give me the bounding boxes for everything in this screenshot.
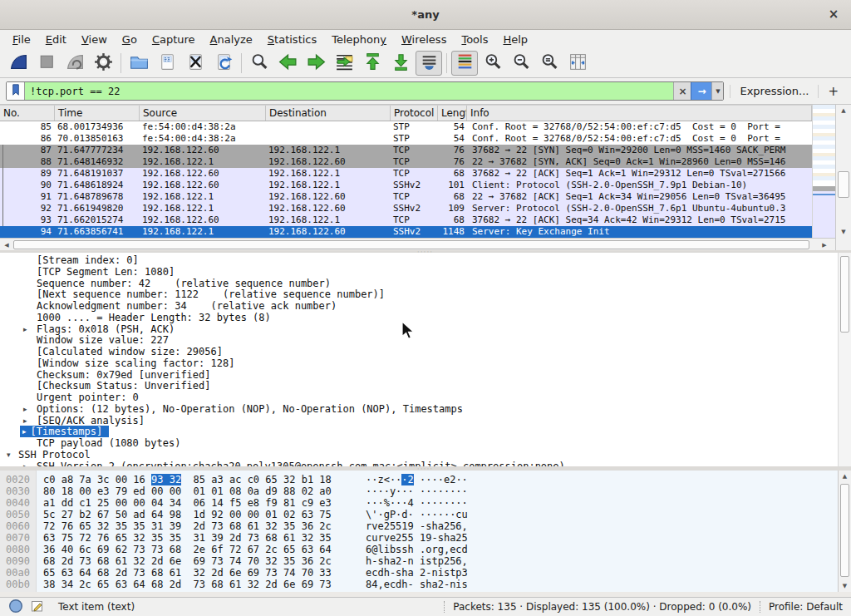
close-file-button[interactable]: [182, 51, 209, 76]
detail-row[interactable]: [Stream index: 0]: [0, 254, 839, 266]
capture-options-button[interactable]: [90, 51, 116, 76]
hex-row[interactable]: 0020c0 a8 7a 3c 00 16 93 32 85 a3 ac c0 …: [0, 474, 831, 485]
scroll-up-icon[interactable]: ▲: [839, 473, 851, 480]
selected-detail-item[interactable]: ▸[Timestamps]: [20, 426, 109, 437]
detail-row[interactable]: Acknowledgment number: 34 (relative ack …: [0, 300, 839, 312]
hex-row[interactable]: 00505c 27 b2 67 50 ad 64 98 1d 92 00 00 …: [0, 509, 831, 520]
packet-row[interactable]: 9071.648618924192.168.122.60192.168.122.…: [0, 180, 812, 191]
detail-row[interactable]: [Calculated window size: 29056]: [0, 346, 839, 357]
detail-row[interactable]: TCP payload (1080 bytes): [0, 437, 839, 449]
scroll-down-icon[interactable]: ▼: [839, 583, 851, 589]
menu-tools[interactable]: Tools: [454, 33, 495, 46]
hex-row[interactable]: 0040a1 dd c1 25 00 00 04 34 06 14 f5 e8 …: [0, 497, 831, 509]
scroll-up-icon[interactable]: ▲: [836, 107, 851, 114]
filter-dropdown-button[interactable]: ▼: [711, 82, 723, 100]
auto-scroll-button[interactable]: [416, 51, 442, 76]
go-to-top-button[interactable]: [359, 51, 386, 76]
menu-go[interactable]: Go: [115, 33, 145, 46]
detail-row[interactable]: Sequence number: 42 (relative sequence n…: [0, 278, 839, 289]
display-filter-input[interactable]: [25, 82, 673, 100]
detail-row[interactable]: 1000 .... = Header Length: 32 bytes (8): [0, 312, 839, 323]
hex-row[interactable]: 006072 76 65 32 35 35 31 39 2d 73 68 61 …: [0, 520, 831, 532]
expand-arrow-icon[interactable]: ▾: [7, 449, 11, 461]
scrollbar-thumb[interactable]: [838, 171, 849, 198]
detail-row[interactable]: ▸Flags: 0x018 (PSH, ACK): [0, 323, 839, 335]
stop-capture-button[interactable]: [33, 51, 60, 76]
go-forward-button[interactable]: [303, 51, 329, 76]
column-header-time[interactable]: Time: [55, 106, 140, 121]
menu-analyze[interactable]: Analyze: [203, 33, 260, 46]
reload-file-button[interactable]: [210, 51, 237, 76]
zoom-out-button[interactable]: [508, 51, 534, 76]
packet-row[interactable]: 8568.001734936fe:54:00:d4:38:2aSTP54Conf…: [0, 121, 812, 133]
detail-vertical-scrollbar[interactable]: [838, 253, 851, 466]
packet-row[interactable]: 8670.013850163fe:54:00:d4:38:2aSTP54Conf…: [0, 133, 812, 145]
packet-row[interactable]: 8871.648146932192.168.122.1192.168.122.6…: [0, 156, 812, 168]
start-capture-button[interactable]: [5, 51, 32, 76]
packet-row[interactable]: 9471.663856741192.168.122.1192.168.122.6…: [0, 226, 812, 238]
detail-row[interactable]: [TCP Segment Len: 1080]: [0, 266, 839, 278]
close-window-button[interactable]: ×: [826, 7, 841, 22]
column-header-no[interactable]: No.: [0, 106, 55, 121]
menu-file[interactable]: File: [5, 33, 38, 46]
packet-row[interactable]: 8771.647777234192.168.122.60192.168.122.…: [0, 145, 812, 156]
detail-row[interactable]: ▸Options: (12 bytes), No-Operation (NOP)…: [0, 403, 839, 415]
column-header-length[interactable]: Length: [438, 106, 467, 121]
scroll-down-icon[interactable]: ▼: [836, 229, 851, 235]
resize-columns-button[interactable]: [564, 51, 591, 76]
scroll-right-icon[interactable]: ▶: [820, 242, 829, 249]
bytes-vertical-scrollbar[interactable]: ▲ ▼: [838, 471, 851, 592]
detail-row[interactable]: ▸[SEQ/ACK analysis]: [0, 415, 839, 426]
scrollbar-thumb[interactable]: [13, 240, 809, 249]
detail-row[interactable]: [Next sequence number: 1122 (relative se…: [0, 288, 839, 300]
packet-row[interactable]: 8971.648191037192.168.122.60192.168.122.…: [0, 168, 812, 180]
filter-bookmark-button[interactable]: [7, 82, 25, 100]
add-filter-button[interactable]: +: [824, 84, 845, 99]
expert-info-button[interactable]: [8, 599, 23, 616]
menu-wireless[interactable]: Wireless: [394, 33, 454, 46]
column-header-source[interactable]: Source: [140, 106, 266, 121]
go-back-button[interactable]: [274, 51, 301, 76]
find-packet-button[interactable]: [246, 51, 273, 76]
packet-list-minimap[interactable]: [812, 105, 835, 238]
zoom-in-button[interactable]: [480, 51, 506, 76]
menu-capture[interactable]: Capture: [145, 33, 203, 46]
expand-arrow-icon[interactable]: ▸: [23, 461, 27, 467]
profile-button[interactable]: Profile: Default: [769, 601, 843, 613]
column-header-protocol[interactable]: Protocol: [391, 106, 438, 121]
hex-row[interactable]: 00a065 63 64 68 2d 73 68 61 32 2d 6e 69 …: [0, 567, 831, 579]
hex-row[interactable]: 007063 75 72 76 65 32 35 35 31 39 2d 73 …: [0, 532, 831, 544]
expand-arrow-icon[interactable]: ▸: [23, 323, 27, 335]
menu-edit[interactable]: Edit: [38, 33, 74, 46]
packet-list-vertical-scrollbar[interactable]: ▲ ▼: [835, 105, 851, 238]
detail-row[interactable]: [Checksum Status: Unverified]: [0, 380, 839, 392]
go-to-packet-button[interactable]: [331, 51, 357, 76]
scrollbar-thumb[interactable]: [840, 256, 849, 333]
column-header-destination[interactable]: Destination: [266, 106, 391, 121]
detail-row[interactable]: ▸[Timestamps]: [0, 426, 839, 437]
go-to-bottom-button[interactable]: [387, 51, 414, 76]
expand-arrow-icon[interactable]: ▸: [23, 403, 27, 415]
hex-row[interactable]: 008036 40 6c 69 62 73 73 68 2e 6f 72 67 …: [0, 544, 831, 555]
detail-row[interactable]: Urgent pointer: 0: [0, 392, 839, 403]
save-file-button[interactable]: [154, 51, 180, 76]
menu-view[interactable]: View: [74, 33, 115, 46]
detail-row[interactable]: Window size value: 227: [0, 334, 839, 346]
packet-list-horizontal-scrollbar[interactable]: ◀ ▶: [0, 238, 835, 250]
detail-row[interactable]: ▸SSH Version 2 (encryption:chacha20_poly…: [0, 461, 839, 467]
detail-row[interactable]: [Window size scaling factor: 128]: [0, 357, 839, 369]
menu-statistics[interactable]: Statistics: [260, 33, 324, 46]
hex-row[interactable]: 009068 2d 73 68 61 32 2d 6e 69 73 74 70 …: [0, 555, 831, 567]
zoom-original-button[interactable]: [536, 51, 563, 76]
colorize-button[interactable]: [451, 51, 478, 76]
packet-row[interactable]: 9271.661949820192.168.122.1192.168.122.6…: [0, 203, 812, 214]
column-header-info[interactable]: Info: [467, 106, 812, 121]
detail-row[interactable]: Checksum: 0x79ed [unverified]: [0, 369, 839, 381]
expand-arrow-icon[interactable]: ▸: [22, 426, 27, 437]
restart-capture-button[interactable]: [61, 51, 88, 76]
expand-arrow-icon[interactable]: ▸: [23, 415, 27, 426]
open-file-button[interactable]: [125, 51, 152, 76]
expression-button[interactable]: Expression...: [736, 85, 812, 97]
detail-row[interactable]: ▾SSH Protocol: [0, 449, 839, 461]
clear-filter-button[interactable]: ×: [673, 82, 691, 100]
